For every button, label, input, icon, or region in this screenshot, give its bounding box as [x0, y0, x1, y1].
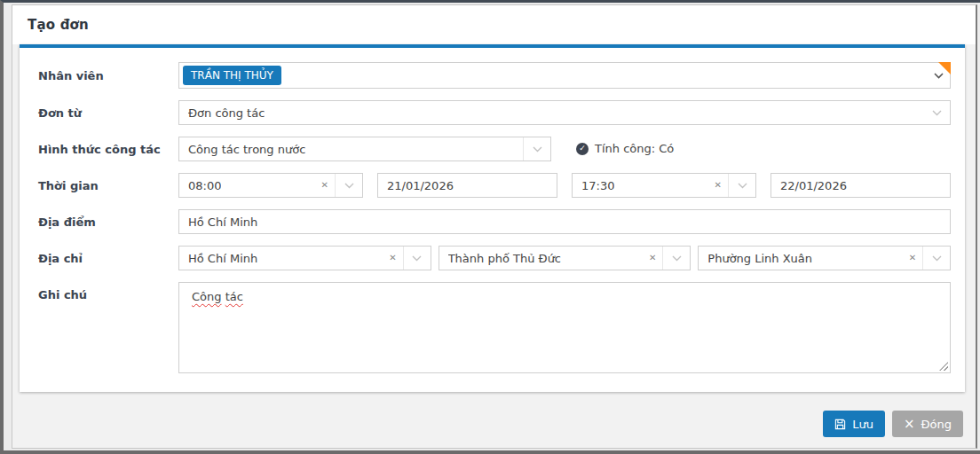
save-button-label: Lưu — [852, 418, 873, 431]
employee-label: Nhân viên — [38, 62, 178, 89]
address-province-value: Hồ Chí Minh — [188, 252, 257, 265]
clear-icon[interactable]: ✕ — [715, 181, 722, 190]
clear-icon[interactable]: ✕ — [389, 254, 396, 262]
form-row-address: Địa chỉ Hồ Chí Minh ✕ Thành phố Thủ Đức … — [38, 246, 951, 270]
end-time-select[interactable]: 17:30 ✕ — [572, 173, 756, 198]
form-row-employee: Nhân viên TRẦN THỊ THỦY — [38, 62, 951, 89]
address-ward-value: Phường Linh Xuân — [707, 252, 812, 265]
create-request-dialog: Tạo đơn Nhân viên TRẦN THỊ THỦY — [12, 4, 977, 449]
note-word: Công — [192, 290, 222, 303]
address-province-select[interactable]: Hồ Chí Minh ✕ — [178, 246, 431, 270]
work-credit-text: Tính công: Có — [595, 142, 674, 155]
end-date-input[interactable] — [771, 173, 951, 198]
end-time-value: 17:30 — [581, 179, 614, 192]
screen-frame: Tạo đơn Nhân viên TRẦN THỊ THỦY — [0, 0, 980, 454]
form-card: Nhân viên TRẦN THỊ THỦY Đơn từ — [20, 44, 965, 392]
form-row-time: Thời gian 08:00 ✕ 17:30 ✕ — [38, 173, 951, 198]
form-type-value: Đơn công tác — [188, 106, 265, 120]
chevron-down-icon[interactable] — [662, 247, 690, 270]
note-textarea[interactable]: Công tác — [178, 282, 951, 373]
note-label: Ghi chú — [38, 282, 178, 373]
work-credit-note: ✓ Tính công: Có — [576, 137, 674, 155]
clear-icon[interactable]: ✕ — [321, 181, 328, 190]
address-label: Địa chỉ — [38, 246, 178, 270]
note-word: tác — [225, 290, 243, 303]
close-icon: × — [904, 418, 915, 431]
close-button[interactable]: × Đóng — [892, 411, 963, 437]
trip-type-label: Hình thức công tác — [38, 137, 178, 161]
address-ward-select[interactable]: Phường Linh Xuân ✕ — [698, 246, 951, 270]
check-circle-icon: ✓ — [576, 143, 589, 155]
form-type-select[interactable]: Đơn công tác — [178, 100, 951, 125]
dialog-titlebar: Tạo đơn — [12, 5, 976, 44]
time-label: Thời gian — [38, 173, 178, 198]
address-district-select[interactable]: Thành phố Thủ Đức ✕ — [439, 246, 692, 270]
form-row-trip-type: Hình thức công tác Công tác trong nước ✓… — [38, 137, 951, 161]
clear-icon[interactable]: ✕ — [909, 254, 916, 262]
start-time-value: 08:00 — [188, 179, 221, 192]
start-date-input[interactable] — [377, 173, 557, 198]
chevron-down-icon[interactable] — [923, 101, 950, 124]
form-type-label: Đơn từ — [38, 100, 178, 125]
form-row-place: Địa điểm — [38, 209, 951, 234]
form-row-note: Ghi chú Công tác — [38, 282, 951, 373]
dialog-title: Tạo đơn — [28, 17, 89, 33]
chevron-down-icon[interactable] — [335, 174, 362, 197]
trip-type-select[interactable]: Công tác trong nước — [178, 137, 551, 161]
address-district-value: Thành phố Thủ Đức — [448, 252, 561, 265]
place-label: Địa điểm — [38, 209, 178, 234]
chevron-down-icon[interactable] — [922, 247, 950, 270]
trip-type-value: Công tác trong nước — [188, 143, 305, 156]
clear-icon[interactable]: ✕ — [649, 254, 656, 262]
chevron-down-icon[interactable] — [523, 137, 550, 160]
place-input[interactable] — [178, 209, 951, 234]
dialog-content: Nhân viên TRẦN THỊ THỦY Đơn từ — [12, 44, 976, 448]
form-row-form-type: Đơn từ Đơn công tác — [38, 100, 951, 125]
employee-selected-tag: TRẦN THỊ THỦY — [183, 66, 281, 85]
employee-multiselect[interactable]: TRẦN THỊ THỦY — [178, 62, 951, 89]
chevron-down-icon[interactable] — [403, 247, 431, 270]
save-icon — [834, 419, 846, 430]
save-button[interactable]: Lưu — [823, 411, 885, 437]
resize-handle[interactable] — [939, 362, 948, 371]
dialog-footer: Lưu × Đóng — [823, 411, 963, 437]
chevron-down-icon[interactable] — [728, 174, 755, 197]
close-button-label: Đóng — [921, 418, 952, 431]
start-time-select[interactable]: 08:00 ✕ — [178, 173, 363, 198]
corner-marker-icon — [938, 62, 951, 74]
